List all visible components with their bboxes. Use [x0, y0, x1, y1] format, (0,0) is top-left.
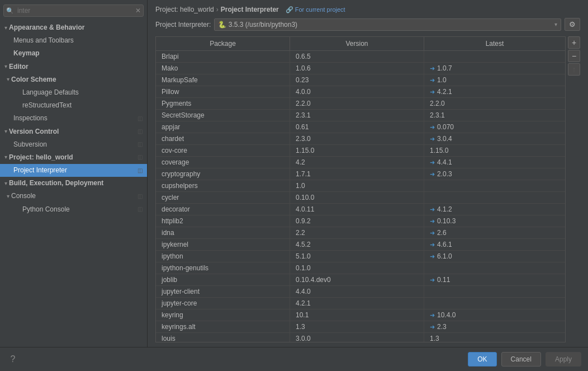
table-row[interactable]: appjar0.61➜0.070 — [156, 121, 565, 133]
table-row[interactable]: jupyter-client4.4.0 — [156, 286, 565, 298]
sidebar-item-appearance-behavior[interactable]: ▾Appearance & Behavior — [0, 21, 147, 34]
table-row[interactable]: louis3.0.01.3 — [156, 333, 565, 342]
sidebar-item-label: reStructuredText — [22, 100, 72, 111]
table-row[interactable]: MarkupSafe0.23➜1.0 — [156, 74, 565, 86]
table-row[interactable]: SecretStorage2.3.12.3.1 — [156, 110, 565, 121]
sidebar-item-label: Editor — [9, 62, 29, 72]
sidebar-item-label: Menus and Toolbars — [13, 35, 74, 46]
search-box[interactable]: 🔍 inter ✕ — [3, 4, 144, 17]
search-icon: 🔍 — [6, 7, 14, 15]
apply-button[interactable]: Apply — [546, 352, 581, 367]
table-row[interactable]: chardet2.3.0➜3.0.4 — [156, 133, 565, 145]
project-hello-world-ext-icon: ◫ — [137, 153, 143, 162]
table-row[interactable]: coverage4.2➜4.4.1 — [156, 157, 565, 168]
package-name: louis — [156, 333, 290, 342]
sidebar-item-subversion[interactable]: Subversion◫ — [0, 138, 147, 151]
col-version: Version — [290, 37, 424, 50]
package-version: 1.0.6 — [290, 63, 424, 74]
table-row[interactable]: Mako1.0.6➜1.0.7 — [156, 63, 565, 74]
table-row[interactable]: cupshelpers1.0 — [156, 180, 565, 192]
package-version: 3.0.0 — [290, 333, 424, 342]
sidebar-item-build-exec-deploy[interactable]: ▾Build, Execution, Deployment — [0, 177, 147, 190]
table-row[interactable]: keyrings.alt1.3➜2.3 — [156, 321, 565, 333]
package-version: 4.0.11 — [290, 204, 424, 215]
sidebar-item-project-interpreter[interactable]: Project Interpreter◫ — [0, 164, 147, 177]
clear-icon[interactable]: ✕ — [135, 7, 141, 15]
sidebar-item-keymap[interactable]: Keymap — [0, 47, 147, 60]
table-row[interactable]: idna2.2➜2.6 — [156, 227, 565, 239]
package-version: 5.1.0 — [290, 251, 424, 262]
update-arrow-icon: ➜ — [430, 229, 435, 237]
search-input[interactable]: inter — [16, 6, 135, 15]
table-row[interactable]: Pygments2.2.02.2.0 — [156, 98, 565, 110]
python-console-ext-icon: ◫ — [137, 205, 143, 214]
sidebar-item-menus-toolbars[interactable]: Menus and Toolbars — [0, 34, 147, 47]
sidebar-item-restructured-text[interactable]: reStructuredText — [0, 99, 147, 112]
sidebar-item-language-defaults[interactable]: Language Defaults — [0, 86, 147, 99]
interpreter-settings-button[interactable]: ⚙ — [565, 18, 580, 31]
package-name: SecretStorage — [156, 110, 290, 121]
table-row[interactable]: Brlapi0.6.5 — [156, 51, 565, 63]
col-package: Package — [156, 37, 290, 50]
add-package-button[interactable]: + — [568, 36, 580, 49]
sidebar-item-label: Console — [11, 191, 36, 201]
package-latest: ➜1.0.7 — [424, 63, 565, 74]
move-up-button[interactable]: ↑ — [568, 63, 580, 76]
table-row[interactable]: ipykernel4.5.2➜4.6.1 — [156, 239, 565, 251]
sidebar-item-label: Language Defaults — [22, 87, 79, 98]
package-name: jupyter-client — [156, 286, 290, 297]
package-version: 1.3 — [290, 321, 424, 332]
sidebar-item-project-hello-world[interactable]: ▾Project: hello_world◫ — [0, 151, 147, 164]
table-row[interactable]: joblib0.10.4.dev0➜0.11 — [156, 274, 565, 286]
package-name: keyrings.alt — [156, 321, 290, 332]
package-version: 0.10.4.dev0 — [290, 274, 424, 285]
interpreter-select[interactable]: 🐍 3.5.3 (/usr/bin/python3) ▾ — [214, 18, 561, 31]
sidebar-item-color-scheme[interactable]: ▾Color Scheme — [0, 73, 147, 86]
package-name: ipython-genutils — [156, 262, 290, 274]
help-button[interactable]: ? — [7, 353, 19, 365]
editor-arrow-icon: ▾ — [4, 62, 7, 71]
update-arrow-icon: ➜ — [430, 312, 435, 319]
package-latest: ➜3.0.4 — [424, 133, 565, 144]
package-version: 2.3.0 — [290, 133, 424, 144]
table-row[interactable]: ipython-genutils0.1.0 — [156, 262, 565, 274]
table-row[interactable]: Pillow4.0.0➜4.2.1 — [156, 86, 565, 98]
update-arrow-icon: ➜ — [430, 159, 435, 166]
package-version: 4.0.0 — [290, 86, 424, 97]
table-row[interactable]: ipython5.1.0➜6.1.0 — [156, 251, 565, 262]
sidebar-item-editor[interactable]: ▾Editor — [0, 60, 147, 73]
update-arrow-icon: ➜ — [430, 218, 435, 225]
sidebar-item-console[interactable]: ▾Console◫ — [0, 190, 147, 203]
table-header: Package Version Latest — [156, 37, 565, 51]
sidebar-item-version-control[interactable]: ▾Version Control◫ — [0, 125, 147, 138]
package-latest — [424, 298, 565, 309]
sidebar-nav: ▾Appearance & BehaviorMenus and Toolbars… — [0, 21, 147, 216]
sidebar-item-inspections[interactable]: Inspections◫ — [0, 112, 147, 125]
package-latest: 1.3 — [424, 333, 565, 342]
package-table: Package Version Latest Brlapi0.6.5Mako1.… — [155, 36, 566, 342]
package-latest: ➜2.0.3 — [424, 168, 565, 180]
link-icon: 🔗 — [286, 6, 293, 13]
table-row[interactable]: cov-core1.15.01.15.0 — [156, 145, 565, 157]
remove-package-button[interactable]: − — [568, 50, 580, 62]
table-side-buttons: + − ↑ — [568, 36, 580, 342]
package-name: cryptography — [156, 168, 290, 180]
sidebar-item-label: Color Scheme — [11, 74, 56, 85]
update-arrow-icon: ➜ — [430, 253, 435, 260]
package-version: 0.6.5 — [290, 51, 424, 62]
package-latest: ➜4.6.1 — [424, 239, 565, 250]
table-row[interactable]: cycler0.10.0 — [156, 192, 565, 204]
sidebar-item-label: Build, Execution, Deployment — [9, 178, 103, 189]
table-body[interactable]: Brlapi0.6.5Mako1.0.6➜1.0.7MarkupSafe0.23… — [156, 51, 565, 342]
package-name: keyring — [156, 309, 290, 321]
ok-button[interactable]: OK — [468, 352, 496, 367]
package-version: 4.4.0 — [290, 286, 424, 297]
table-row[interactable]: cryptography1.7.1➜2.0.3 — [156, 168, 565, 180]
table-row[interactable]: jupyter-core4.2.1 — [156, 298, 565, 309]
table-row[interactable]: keyring10.1➜10.4.0 — [156, 309, 565, 321]
table-row[interactable]: httplib20.9.2➜0.10.3 — [156, 215, 565, 227]
table-row[interactable]: decorator4.0.11➜4.1.2 — [156, 204, 565, 215]
sidebar-item-python-console[interactable]: Python Console◫ — [0, 203, 147, 216]
cancel-button[interactable]: Cancel — [501, 352, 541, 367]
package-name: cupshelpers — [156, 180, 290, 191]
